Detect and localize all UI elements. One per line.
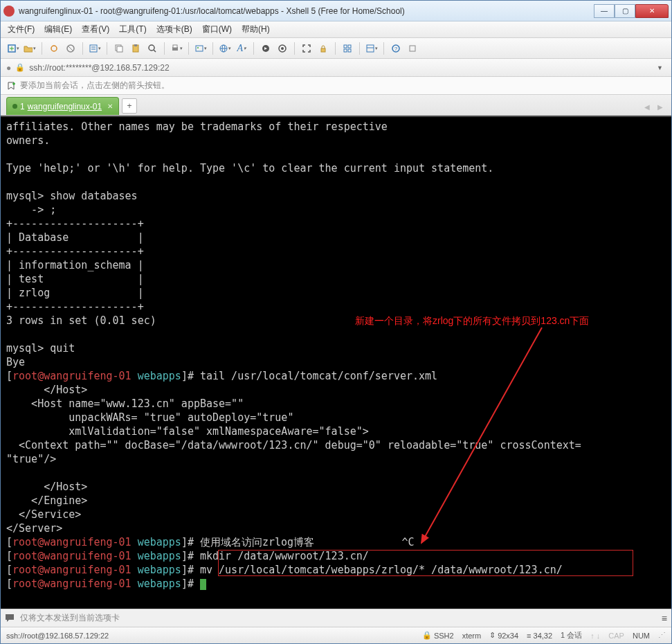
globe-button[interactable]: ▾ [218,42,232,55]
send-text[interactable]: 仅将文本发送到当前选项卡 [20,612,657,624]
menu-tools[interactable]: 工具(T) [119,24,146,35]
bullet-icon: ● [6,63,11,73]
menu-help[interactable]: 帮助(H) [242,24,270,35]
help-button[interactable]: ? [389,42,403,55]
menu-edit[interactable]: 编辑(E) [44,24,72,35]
terminal-line: -> ; [6,204,56,216]
lock-icon: 🔒 [422,631,432,640]
status-conn: ssh://root@192.168.57.129:22 [6,632,109,640]
terminal-line: +--------------------+ [6,245,144,258]
open-button[interactable]: ▾ [23,42,37,55]
status-term: xterm [462,632,482,640]
status-num: NUM [633,632,650,640]
terminal-line: </Host> [6,384,87,396]
terminal-line: mysql> quit [6,342,75,355]
find-button[interactable] [145,42,159,55]
properties-button[interactable]: ▾ [88,42,102,55]
prompt-dir: webapps [138,578,181,590]
print-button[interactable]: ▾ [170,42,183,55]
session-tab[interactable]: 1 wangruifenglinux-01 ✕ [6,97,119,115]
svg-rect-5 [90,45,97,52]
terminal[interactable]: affiliates. Other names may be trademark… [1,116,671,609]
new-session-button[interactable]: ▾ [6,42,20,55]
tab-close-icon[interactable]: ✕ [107,102,113,110]
hint-bar: 要添加当前会话，点击左侧的箭头按钮。 [1,77,671,95]
close-button[interactable]: ✕ [635,4,669,18]
terminal-line: xmlValidation="false" xmlNamespaceAware=… [6,425,369,438]
send-icon[interactable] [5,613,16,624]
session-button[interactable]: ▾ [194,42,208,55]
prompt-user: root@wangruifeng-01 [12,578,131,590]
prompt-dir: webapps [138,536,181,548]
annotation-text: 新建一个目录，将zrlog下的所有文件拷贝到123.cn下面 [355,314,589,328]
status-bar: ssh://root@192.168.57.129:22 🔒SSH2 xterm… [1,627,671,643]
terminal-line: affiliates. Other names may be trademark… [6,120,388,133]
resize-grip-icon[interactable]: ⋰ [658,631,666,640]
script-button[interactable] [259,42,273,55]
terminal-line: <Context path="" docBase="/data/wwwroot/… [6,439,581,451]
lock-button[interactable] [316,42,330,55]
terminal-line: </Engine> [6,494,87,507]
window-title: wangruifenglinux-01 - root@wangruifeng-0… [19,6,594,16]
maximize-button[interactable]: ▢ [615,4,635,18]
layout-button[interactable]: ▾ [365,42,379,55]
terminal-line: </Host> [6,481,87,493]
keymap-button[interactable] [275,42,289,55]
bookmark-add-icon[interactable] [6,81,16,91]
disconnect-button[interactable] [64,42,78,55]
terminal-line: "true"/> [6,453,56,465]
new-tab-button[interactable]: + [122,98,137,114]
prompt-user: root@wangruifeng-01 [12,536,131,548]
svg-point-17 [197,47,199,48]
menu-view[interactable]: 查看(V) [82,24,109,35]
terminal-line: </Server> [6,522,62,535]
svg-rect-9 [117,46,122,52]
toolbar: ▾ ▾ ▾ ▾ ▾ ▾ A▾ ▾ ? [1,38,671,59]
tab-nav-arrows[interactable]: ◀ ▶ [644,103,666,111]
prompt-dir: webapps [138,550,181,562]
terminal-line: | zrlog | [6,287,144,299]
menu-window[interactable]: 窗口(W) [202,24,232,35]
svg-rect-24 [321,48,325,52]
svg-rect-27 [344,49,347,52]
paste-button[interactable] [129,42,143,55]
terminal-cmd: tail /usr/local/tomcat/conf/server.xml [200,370,437,382]
svg-point-23 [281,47,284,50]
menu-tabs[interactable]: 选项卡(B) [156,24,192,35]
status-pos: ≡ 34,32 [527,632,552,640]
tab-row: 1 wangruifenglinux-01 ✕ + ◀ ▶ [1,95,671,116]
svg-line-34 [421,328,542,543]
svg-rect-16 [196,46,203,51]
status-updown-icon: ↑ ↓ [590,632,600,640]
prompt-user: root@wangruifeng-01 [12,564,131,576]
reconnect-button[interactable] [47,42,61,55]
prompt-user: root@wangruifeng-01 [12,370,131,382]
terminal-line: unpackWARs= "true" autoDeploy="true" [6,411,293,424]
tab-label: wangruifenglinux-01 [28,102,102,111]
window-titlebar: wangruifenglinux-01 - root@wangruifeng-0… [1,1,671,21]
send-menu-icon[interactable]: ≡ [662,613,667,624]
tile-button[interactable] [340,42,354,55]
terminal-line: owners. [6,134,50,147]
menu-file[interactable]: 文件(F) [8,24,35,35]
app-icon [3,6,15,17]
about-button[interactable] [406,42,419,55]
terminal-line: +--------------------+ [6,217,144,230]
cursor [200,579,206,590]
minimize-button[interactable]: — [594,4,615,18]
svg-text:?: ? [394,46,398,52]
terminal-line: +--------------------+ [6,301,144,313]
tab-index: 1 [20,102,25,111]
terminal-line: Bye [6,356,25,368]
connection-url[interactable]: ssh://root:********@192.168.57.129:22 [29,63,650,73]
menubar: 文件(F) 编辑(E) 查看(V) 工具(T) 选项卡(B) 窗口(W) 帮助(… [1,21,671,38]
copy-button[interactable] [112,42,126,55]
fullscreen-button[interactable] [300,42,314,55]
svg-rect-33 [410,46,415,51]
url-dropdown-button[interactable]: ▼ [654,64,666,71]
terminal-line: <Host name="www.123.cn" appBase="" [6,397,244,410]
terminal-cmd: 使用域名访问zrlog博客 ^C [200,536,415,548]
status-dot-icon [12,104,17,109]
hint-text: 要添加当前会话，点击左侧的箭头按钮。 [20,80,170,91]
font-button[interactable]: A▾ [235,42,248,55]
